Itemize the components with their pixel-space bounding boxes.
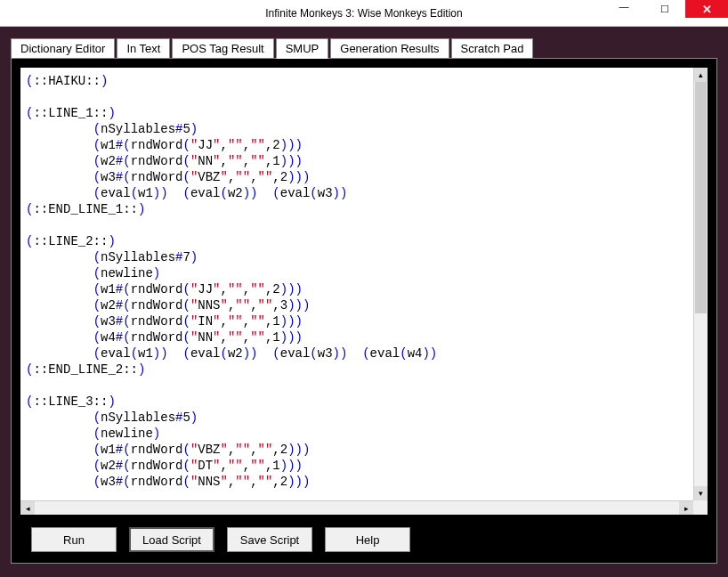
app-frame: Dictionary EditorIn TextPOS Tag ResultSM… [0, 27, 728, 577]
tab-dictionary-editor[interactable]: Dictionary Editor [11, 38, 115, 59]
maximize-button[interactable] [644, 0, 685, 18]
horizontal-scrollbar[interactable]: ◂ ▸ [20, 500, 693, 515]
title-bar: Infinite Monkeys 3: Wise Monkeys Edition [0, 0, 728, 27]
scroll-right-arrow-icon[interactable]: ▸ [679, 501, 693, 515]
vertical-scrollbar[interactable]: ▴ ▾ [693, 68, 708, 500]
tab-generation-results[interactable]: Generation Results [330, 38, 449, 59]
window-controls [603, 0, 728, 18]
vertical-scroll-thumb[interactable] [695, 82, 707, 313]
scroll-corner [693, 500, 708, 515]
scroll-left-arrow-icon[interactable]: ◂ [20, 501, 35, 515]
editor-wrap: (::HAIKU::) (::LINE_1::) (nSyllables#5) … [20, 68, 708, 515]
editor-panel: (::HAIKU::) (::LINE_1::) (nSyllables#5) … [11, 58, 717, 564]
scroll-up-arrow-icon[interactable]: ▴ [694, 68, 708, 82]
tab-in-text[interactable]: In Text [117, 38, 170, 59]
close-button[interactable] [685, 0, 728, 18]
code-editor[interactable]: (::HAIKU::) (::LINE_1::) (nSyllables#5) … [20, 68, 693, 500]
tab-pos-tag-result[interactable]: POS Tag Result [172, 38, 273, 59]
tab-scratch-pad[interactable]: Scratch Pad [451, 38, 534, 59]
help-button[interactable]: Help [325, 527, 410, 552]
run-button[interactable]: Run [31, 527, 117, 552]
save-script-button[interactable]: Save Script [227, 527, 312, 552]
minimize-button[interactable] [603, 0, 644, 18]
tab-smup[interactable]: SMUP [276, 38, 329, 59]
load-script-button[interactable]: Load Script [129, 527, 214, 552]
scroll-down-arrow-icon[interactable]: ▾ [694, 486, 708, 500]
tab-strip: Dictionary EditorIn TextPOS Tag ResultSM… [11, 37, 717, 58]
button-row: Run Load Script Save Script Help [20, 515, 708, 552]
